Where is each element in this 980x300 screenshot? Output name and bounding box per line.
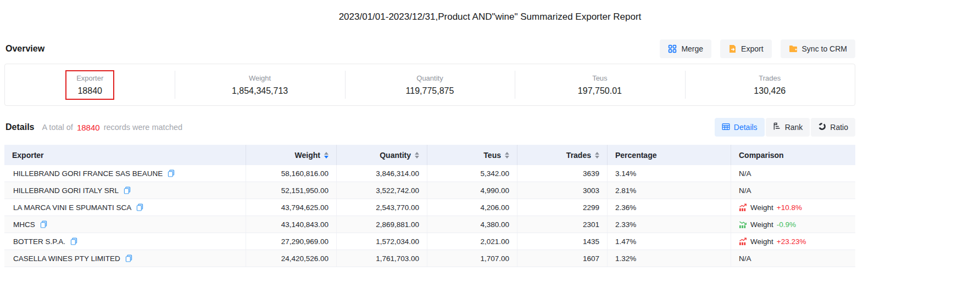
trades-cell: 1435 [517,233,608,250]
sort-caret-icon[interactable] [415,152,419,159]
copy-icon[interactable] [136,203,143,211]
report-title: 2023/01/01-2023/12/31,Product AND"wine" … [0,0,980,22]
table-row: LA MARCA VINI E SPUMANTI SCA43,794,625.0… [4,199,855,216]
column-header-percentage: Percentage [608,145,731,165]
exporter-cell: LA MARCA VINI E SPUMANTI SCA [4,199,246,216]
column-header-exporter: Exporter [4,145,246,165]
comparison-cell: Weight-0.9% [731,216,855,233]
sort-caret-icon[interactable] [505,152,509,159]
exporter-cell: MHCS [4,216,246,233]
export-button[interactable]: Export [720,39,771,58]
table-header: ExporterWeightQuantityTeusTradesPercenta… [4,145,855,165]
stat-value: 119,775,875 [406,86,454,96]
column-header-trades[interactable]: Trades [517,145,608,165]
comparison-delta: +23.23% [777,237,806,246]
column-header-teus[interactable]: Teus [427,145,517,165]
export-icon [728,44,737,53]
sort-caret-icon[interactable] [324,152,328,159]
merge-button[interactable]: Merge [660,39,711,58]
teus-cell: 5,342.00 [427,165,517,182]
stat-label: Trades [759,74,781,82]
quantity-cell: 3,846,314.00 [337,165,427,182]
sort-caret-icon[interactable] [595,152,599,159]
summary-prefix: A total of [42,123,73,132]
comparison-label: Weight [750,237,773,246]
quantity-cell: 2,869,881.00 [337,216,427,233]
trades-cell: 2299 [517,199,608,216]
tab-rank-label: Rank [785,123,803,132]
weight-cell: 43,140,843.00 [246,216,337,233]
weight-cell: 24,420,526.00 [246,250,337,267]
comparison-label: Weight [750,220,773,229]
comparison-delta: +10.8% [777,203,802,212]
teus-cell: 4,206.00 [427,199,517,216]
comparison-cell: N/A [731,250,855,267]
toolbar: Merge Export Sync to CRM [660,39,855,58]
teus-cell: 2,021.00 [427,233,517,250]
tab-rank[interactable]: Rank [766,118,810,137]
comparison-na: N/A [739,186,751,195]
trades-cell: 2301 [517,216,608,233]
stat-value: 130,426 [754,86,786,96]
comparison-cell: Weight+23.23% [731,233,855,250]
copy-icon[interactable] [40,220,47,228]
content: Overview Merge Export [4,39,855,267]
sync-to-crm-button-label: Sync to CRM [802,44,847,53]
trend-up-icon [739,237,747,245]
exporter-cell: BOTTER S.P.A. [4,233,246,250]
column-header-weight[interactable]: Weight [246,145,337,165]
comparison-na: N/A [739,254,751,263]
stat-weight: Weight 1,854,345,713 [175,64,344,105]
percentage-cell: 2.33% [608,216,731,233]
stat-label: Quantity [416,74,443,82]
exporter-name: HILLEBRAND GORI ITALY SRL [13,186,119,195]
sync-to-crm-icon [789,45,798,53]
stat-value: 1,854,345,713 [232,86,288,96]
merge-icon [668,44,677,53]
tab-ratio-label: Ratio [830,123,848,132]
exporter-cell: CASELLA WINES PTY LIMITED [4,250,246,267]
percentage-cell: 3.14% [608,165,731,182]
tab-details[interactable]: Details [715,118,765,137]
table-body: HILLEBRAND GORI FRANCE SAS BEAUNE58,160,… [4,165,855,267]
stat-value: 197,750.01 [578,86,622,96]
copy-icon[interactable] [168,169,175,177]
sync-to-crm-button[interactable]: Sync to CRM [781,39,855,58]
table-row: HILLEBRAND GORI ITALY SRL52,151,950.003,… [4,182,855,199]
rank-chart-icon [773,122,781,132]
comparison-delta: -0.9% [777,220,796,229]
copy-icon[interactable] [125,254,132,262]
quantity-cell: 1,761,703.00 [337,250,427,267]
table-row: CASELLA WINES PTY LIMITED24,420,526.001,… [4,250,855,267]
percentage-cell: 1.32% [608,250,731,267]
tab-ratio[interactable]: Ratio [811,118,855,137]
column-header-quantity[interactable]: Quantity [337,145,427,165]
copy-icon[interactable] [70,237,77,245]
exporter-name: LA MARCA VINI E SPUMANTI SCA [13,203,131,212]
column-header-comparison: Comparison [731,145,855,165]
ratio-donut-icon [818,122,826,132]
teus-cell: 4,380.00 [427,216,517,233]
stat-label: Teus [592,74,607,82]
column-label: Weight [295,151,320,160]
weight-cell: 58,160,816.00 [246,165,337,182]
exporter-name: HILLEBRAND GORI FRANCE SAS BEAUNE [13,169,163,178]
comparison-cell: Weight+10.8% [731,199,855,216]
table-row: HILLEBRAND GORI FRANCE SAS BEAUNE58,160,… [4,165,855,182]
copy-icon[interactable] [124,186,131,194]
trades-cell: 1607 [517,250,608,267]
column-label: Quantity [380,151,411,160]
exporter-name: BOTTER S.P.A. [13,237,65,246]
details-table-icon [722,123,730,132]
column-label: Teus [483,151,501,160]
comparison-cell: N/A [731,182,855,199]
merge-button-label: Merge [681,44,703,53]
weight-cell: 43,794,625.00 [246,199,337,216]
exporter-name: MHCS [13,220,35,229]
overview-heading: Overview [4,44,44,54]
table-row: MHCS43,140,843.002,869,881.004,380.00230… [4,216,855,233]
overview-panel: Exporter 18840 Weight 1,854,345,713 Quan… [4,64,855,106]
exporter-highlight-box: Exporter 18840 [65,70,114,100]
teus-cell: 4,990.00 [427,182,517,199]
view-switcher: Details Rank Ratio [715,118,855,137]
